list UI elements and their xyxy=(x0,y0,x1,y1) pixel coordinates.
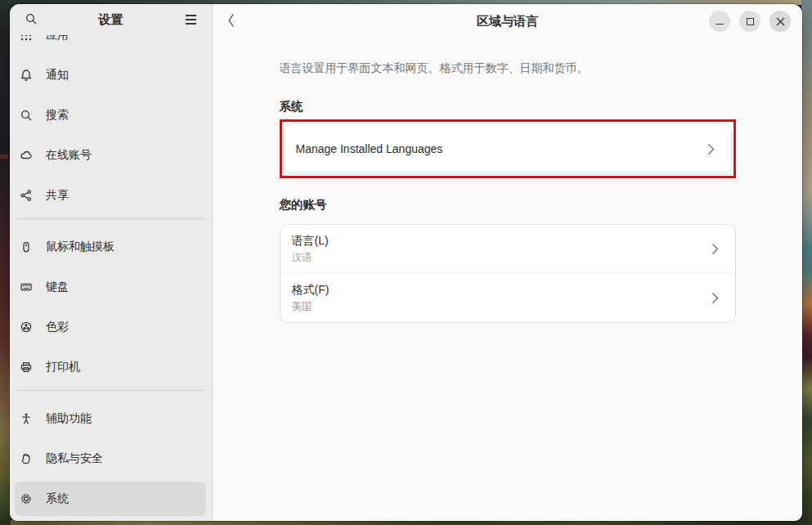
sidebar-item-label: 在线账号 xyxy=(46,148,92,163)
minimize-icon xyxy=(716,24,724,25)
sidebar-item-color[interactable]: 色彩 xyxy=(15,310,206,344)
hamburger-icon xyxy=(186,15,196,25)
sidebar-item-label: 搜索 xyxy=(46,108,69,123)
sidebar-item-label: 应用 xyxy=(46,35,69,43)
wallpaper-text: es xyxy=(0,152,8,160)
sidebar-item-label: 隐私与安全 xyxy=(46,451,103,466)
page-description: 语言设置用于界面文本和网页。格式用于数字、日期和货币。 xyxy=(280,60,736,76)
section-title-account: 您的账号 xyxy=(280,199,736,211)
share-icon xyxy=(20,189,33,202)
main-panel: 区域与语言 语言设置用于界面文本和网页。格式用于数字、日期和货币。 系统 xyxy=(213,4,802,521)
hand-privacy-icon xyxy=(20,452,33,465)
page-content: 语言设置用于界面文本和网页。格式用于数字、日期和货币。 系统 Manage In… xyxy=(213,38,802,521)
accessibility-icon xyxy=(20,412,33,425)
sidebar-divider xyxy=(16,390,204,391)
keyboard-icon xyxy=(20,280,33,294)
sidebar-headerbar: 设置 xyxy=(10,4,212,35)
search-icon xyxy=(20,109,33,122)
sidebar-list: 应用 通知 搜索 xyxy=(10,35,211,521)
sidebar-item-sharing[interactable]: 共享 xyxy=(15,178,206,213)
manage-languages-label: Manage Installed Languages xyxy=(296,142,443,155)
sidebar-item-printers[interactable]: 打印机 xyxy=(15,350,206,384)
close-icon xyxy=(776,17,785,26)
main-menu-button[interactable] xyxy=(179,8,202,31)
color-icon xyxy=(20,321,33,334)
search-icon xyxy=(25,12,38,28)
sidebar-item-label: 共享 xyxy=(46,188,69,203)
gear-icon xyxy=(20,492,33,505)
settings-window: 设置 应用 xyxy=(10,4,802,521)
language-row[interactable]: 语言(L) 汉语 xyxy=(280,225,735,273)
sidebar-divider xyxy=(16,218,204,219)
sidebar-item-privacy-security[interactable]: 隐私与安全 xyxy=(15,442,206,476)
sidebar: 设置 应用 xyxy=(10,4,213,521)
sidebar-item-mouse-touchpad[interactable]: 鼠标和触摸板 xyxy=(15,230,206,264)
language-value: 汉语 xyxy=(292,251,329,265)
sidebar-item-system[interactable]: 系统 xyxy=(15,482,206,516)
formats-value: 美国 xyxy=(292,300,330,314)
back-button[interactable] xyxy=(219,9,244,34)
chevron-right-icon xyxy=(711,292,719,304)
sidebar-item-label: 辅助功能 xyxy=(46,411,92,426)
printer-icon xyxy=(20,361,33,374)
search-button[interactable] xyxy=(20,8,43,31)
account-card: 语言(L) 汉语 格式(F) 美国 xyxy=(280,224,736,323)
formats-label: 格式(F) xyxy=(292,283,330,298)
sidebar-item-label: 通知 xyxy=(46,68,69,83)
sidebar-item-label: 色彩 xyxy=(46,320,69,334)
cloud-icon xyxy=(20,149,33,162)
desktop-wallpaper-right xyxy=(801,0,812,525)
system-card: Manage Installed Languages xyxy=(284,123,732,174)
sidebar-item-search[interactable]: 搜索 xyxy=(15,98,206,132)
chevron-right-icon xyxy=(707,143,715,155)
sidebar-item-label: 键盘 xyxy=(46,280,69,294)
window-controls xyxy=(709,11,796,32)
chevron-right-icon xyxy=(711,243,719,255)
sidebar-item-label: 打印机 xyxy=(46,360,80,375)
annotation-highlight: Manage Installed Languages xyxy=(280,119,736,178)
sidebar-item-label: 系统 xyxy=(46,491,69,506)
language-label: 语言(L) xyxy=(292,234,329,249)
chevron-left-icon xyxy=(225,12,238,31)
mouse-icon xyxy=(20,240,33,254)
formats-row[interactable]: 格式(F) 美国 xyxy=(280,274,735,322)
sidebar-item-notifications[interactable]: 通知 xyxy=(15,58,206,92)
sidebar-item-apps[interactable]: 应用 xyxy=(15,35,206,52)
maximize-icon xyxy=(747,18,754,25)
main-headerbar: 区域与语言 xyxy=(213,4,802,38)
apps-grid-icon xyxy=(20,35,33,42)
sidebar-item-keyboard[interactable]: 键盘 xyxy=(15,270,206,304)
maximize-button[interactable] xyxy=(739,11,760,32)
sidebar-item-label: 鼠标和触摸板 xyxy=(46,240,114,254)
manage-languages-row[interactable]: Manage Installed Languages xyxy=(285,124,731,173)
sidebar-item-accessibility[interactable]: 辅助功能 xyxy=(15,402,206,436)
minimize-button[interactable] xyxy=(709,11,730,32)
bell-icon xyxy=(20,69,33,82)
section-title-system: 系统 xyxy=(280,101,736,113)
close-button[interactable] xyxy=(769,11,791,32)
sidebar-item-online-accounts[interactable]: 在线账号 xyxy=(15,138,206,173)
